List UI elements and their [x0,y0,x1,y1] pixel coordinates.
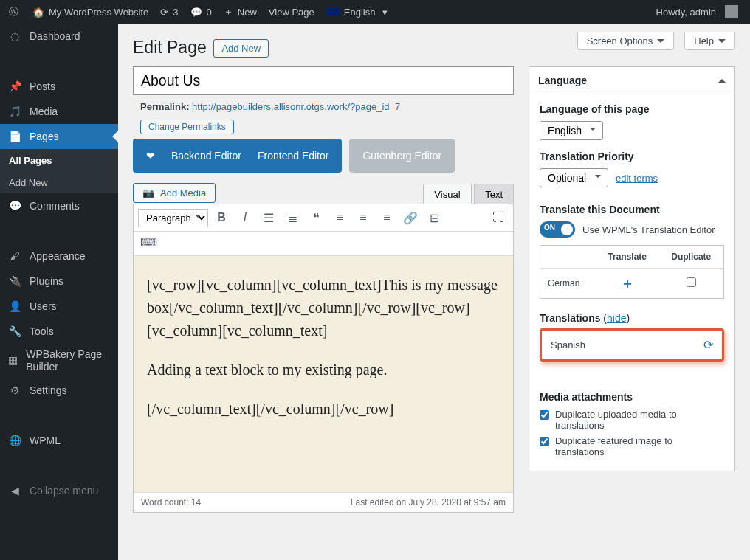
updates-count: 3 [173,7,178,18]
wp-logo[interactable]: ⓦ [0,0,27,24]
avatar [725,5,738,18]
view-page[interactable]: View Page [263,0,320,24]
uk-flag-icon [326,7,340,16]
updates[interactable]: ⟳3 [154,0,184,24]
new-content[interactable]: ＋New [218,0,263,24]
home-icon: 🏠 [32,7,44,18]
update-icon: ⟳ [160,7,168,18]
new-label: New [238,7,257,18]
language-switcher[interactable]: English▾ [320,0,394,24]
chevron-down-icon: ▾ [382,7,388,18]
comment-icon: 💬 [190,7,202,18]
howdy-text: Howdy, admin [656,7,716,18]
comments-bubble[interactable]: 💬0 [185,0,218,24]
comments-count: 0 [207,7,212,18]
site-home[interactable]: 🏠My WordPress Website [27,0,154,24]
site-title: My WordPress Website [49,7,148,18]
bar-language-label: English [344,7,376,18]
plus-icon: ＋ [224,5,233,18]
my-account[interactable]: Howdy, admin [650,0,744,24]
